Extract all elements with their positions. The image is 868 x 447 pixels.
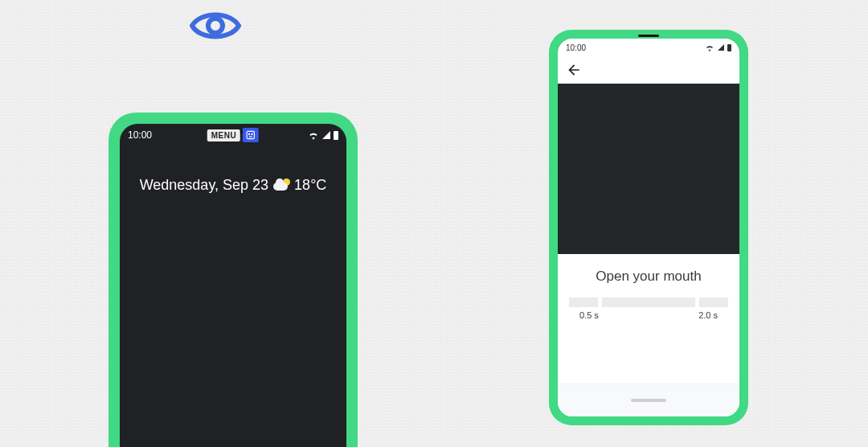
phone-screen-right: 10:00 Open your mouth 0.5 s 2.0 s xyxy=(558,39,739,416)
app-header xyxy=(558,56,739,84)
duration-label-min: 0.5 s xyxy=(572,310,606,320)
date-weather-widget[interactable]: Wednesday, Sep 23 18°C xyxy=(120,177,346,194)
temperature-text: 18°C xyxy=(294,177,326,194)
duration-slider-labels: 0.5 s 2.0 s xyxy=(569,310,728,320)
wifi-icon xyxy=(308,131,319,140)
gesture-prompt-text: Open your mouth xyxy=(569,269,728,285)
status-right-group xyxy=(705,44,731,51)
duration-label-max: 2.0 s xyxy=(691,310,725,320)
gesture-prompt-panel: Open your mouth 0.5 s 2.0 s xyxy=(558,254,739,328)
status-time: 10:00 xyxy=(128,129,152,141)
back-button[interactable] xyxy=(566,62,582,78)
battery-icon xyxy=(334,131,338,140)
date-text: Wednesday, Sep 23 xyxy=(140,177,268,194)
duration-slider-track[interactable] xyxy=(569,297,728,307)
svg-point-3 xyxy=(252,133,252,134)
battery-icon xyxy=(727,44,731,51)
partly-cloudy-icon xyxy=(273,178,289,194)
face-tracking-icon[interactable] xyxy=(243,128,259,142)
system-nav-bar xyxy=(558,383,739,416)
status-bar: 10:00 xyxy=(558,39,739,56)
svg-rect-1 xyxy=(248,131,255,138)
camera-viewport xyxy=(558,84,739,254)
cell-signal-icon xyxy=(322,131,330,139)
phone-mockup-left: 10:00 MENU Wednesday, Sep 23 xyxy=(108,113,358,447)
status-time: 10:00 xyxy=(566,43,586,52)
status-right-group xyxy=(308,131,338,140)
cell-signal-icon xyxy=(718,44,724,51)
phone-mockup-right: 10:00 Open your mouth 0.5 s 2.0 s xyxy=(549,30,748,425)
menu-chip[interactable]: MENU xyxy=(207,129,240,141)
status-bar: 10:00 MENU xyxy=(120,124,346,146)
svg-point-0 xyxy=(208,18,223,33)
phone-screen-left: 10:00 MENU Wednesday, Sep 23 xyxy=(120,124,346,447)
eye-icon xyxy=(189,8,242,43)
wifi-icon xyxy=(705,44,714,51)
status-center-group: MENU xyxy=(207,128,259,142)
svg-point-2 xyxy=(249,133,250,134)
speaker-slot xyxy=(638,35,659,37)
gesture-pill-icon[interactable] xyxy=(631,399,666,402)
